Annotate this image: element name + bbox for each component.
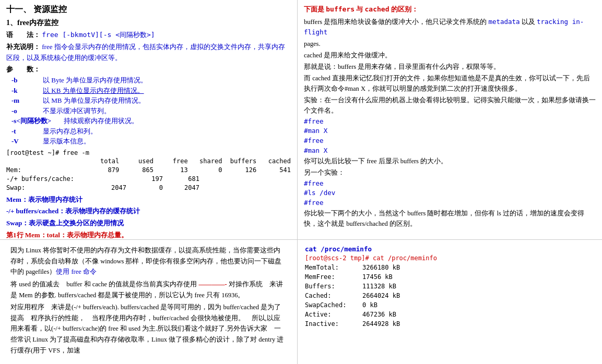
left-top-panel: 十一、 资源监控 1、free内存监控 语 法： free [-bkmotV][… <box>0 0 298 239</box>
col-cached-hdr: cached <box>256 157 291 166</box>
usage-cmd: free [-bkmotV][-s <间隔秒数>] <box>42 31 155 39</box>
rt-note2: 另一个实验： <box>304 167 596 178</box>
page-wrapper: 十一、 资源监控 1、free内存监控 语 法： free [-bkmotV][… <box>0 0 602 364</box>
rb-val-buffers: 111328 kB <box>362 282 396 291</box>
mem-shared: 0 <box>188 166 222 175</box>
rt-para3: 那就是说：buffers 是用来存储，目录里面有什么内容，权限等等。 <box>304 62 596 72</box>
param-desc-V: 显示版本信息。 <box>43 136 90 147</box>
rb-val-swapcached: 0 kB <box>362 300 377 310</box>
mem-row-swap: Swap: 2047 0 2047 <box>6 184 291 192</box>
right-top-panel: 下面是 buffers 与 cached 的区别： buffers 是指用来给块… <box>298 0 602 239</box>
rt-heading: 下面是 buffers 与 cached 的区别： <box>304 4 596 15</box>
param-desc-b: 以 Byte 为单位显示内存使用情况。 <box>43 75 147 86</box>
param-key-k: -k <box>11 86 43 96</box>
lb-para1: 因为 Linux 将你暂时不使用的内存存为文件和数据缓存，以提高系统性能，当你需… <box>10 245 287 277</box>
col-empty <box>6 157 85 166</box>
rb-val-cached: 2664024 kB <box>362 291 400 300</box>
col-total-hdr: total <box>85 157 119 166</box>
bufcache-free: 681 <box>163 175 199 184</box>
rt-para2: cached 是用来给文件做缓冲。 <box>304 50 596 60</box>
usage-line: 语 法： free [-bkmotV][-s <间隔秒数>] <box>6 30 291 41</box>
rb-key-memfree: MemFree: <box>305 272 362 282</box>
rb-table: MemTotal: 3266180 kB MemFree: 17456 kB B… <box>305 263 595 329</box>
col-shared-hdr: shared <box>188 157 222 166</box>
rt-note1: 你可以先后比较一下 free 后显示 buffers 的大小。 <box>304 156 596 166</box>
param-key-V: -V <box>11 136 43 147</box>
rb-row-memtotal: MemTotal: 3266180 kB <box>305 263 595 272</box>
rt-cmd3: #free <box>304 136 596 146</box>
param-desc-o: 不显示缓冲区调节列。 <box>43 106 111 116</box>
terminal-block: [root@test ~]# free -m total used free s… <box>6 149 291 192</box>
bufcache-total <box>90 175 126 184</box>
right-top-content: 下面是 buffers 与 cached 的区别： buffers 是指用来给块… <box>304 4 596 229</box>
param-row-V: -V 显示版本信息。 <box>11 136 291 147</box>
param-key-s: -s<间隔秒数> <box>11 116 64 126</box>
rt-final: 你比较一下两个的大小，当然这个 buffers 随时都在增加，但你有 ls 过的… <box>304 208 596 229</box>
rt-cmd5: #free <box>304 179 596 189</box>
mem-row-bufcache: -/+ buffers/cache: 197 681 <box>6 175 291 184</box>
rb-key-memtotal: MemTotal: <box>305 263 362 272</box>
note-bufcache: -/+ buffers/cached：表示物理内存的缓存统计 <box>6 206 291 217</box>
bufcache-label: -/+ buffers/cache: <box>6 175 90 184</box>
rb-val-inactive: 2644928 kB <box>362 319 400 329</box>
rb-cmd-label: cat /proc/meminfo <box>305 245 595 253</box>
mem-table-header: total used free shared buffers cached <box>6 157 291 166</box>
rt-cmd4: #man X <box>304 146 596 156</box>
rb-row-buffers: Buffers: 111328 kB <box>305 282 595 291</box>
rb-row-swapcached: SwapCached: 0 kB <box>305 300 595 310</box>
rt-cmd6: #ls /dev <box>304 188 596 198</box>
rb-key-inactive: Inactive: <box>305 319 362 329</box>
rb-prompt: [root@scs-2 tmp]# cat /proc/meminfo <box>305 254 595 262</box>
param-key-m: -m <box>11 95 43 106</box>
rb-key-swapcached: SwapCached: <box>305 300 362 310</box>
mem-cached: 541 <box>256 166 291 175</box>
rb-row-cached: Cached: 2664024 kB <box>305 291 595 300</box>
sub-title: 1、free内存监控 <box>6 18 291 28</box>
param-key-o: -o <box>11 106 43 116</box>
rb-val-memtotal: 3266180 kB <box>362 263 400 272</box>
rb-val-active: 467236 kB <box>362 310 396 319</box>
lb-para2: 将 used 的值减去 buffer 和 cache 的值就是你当前真实内存使用… <box>10 279 287 300</box>
rt-cmd7: #free <box>304 198 596 208</box>
param-desc-m: 以 MB 为单位显示内存使用情况。 <box>43 95 145 106</box>
col-used-hdr: used <box>119 157 154 166</box>
note-bufcache-text: -/+ buffers/cached：表示物理内存的缓存统计 <box>6 207 140 215</box>
rb-val-memfree: 17456 kB <box>362 272 393 282</box>
note-swap-text: Swap：表示硬盘上交换分区的使用情况 <box>6 219 124 227</box>
mem-row-mem: Mem: 879 865 13 0 126 541 <box>6 166 291 175</box>
rb-row-inactive: Inactive: 2644928 kB <box>305 319 595 329</box>
usage-label: 语 法： <box>6 31 40 39</box>
rt-cmd1: #free <box>304 117 596 127</box>
rt-para1: buffers 是指用来给块设备做的缓冲大小，他只记录文件系统的 metadat… <box>304 17 596 38</box>
lb-para3: 对应用程序 来讲是(-/+ buffers/each). buffers/cac… <box>10 302 287 356</box>
params-section: 参 数： <box>6 64 291 75</box>
note-final-text: 第1行 Mem：total：表示物理内存总量。 <box>6 231 128 239</box>
mem-used: 865 <box>119 166 154 175</box>
param-table: -b 以 Byte 为单位显示内存使用情况。 -k 以 KB 为单位显示内存使用… <box>11 75 291 147</box>
bufcache-used: 197 <box>126 175 163 184</box>
note-mem-text: Mem：表示物理内存统计 <box>6 196 82 203</box>
params-label: 参 数： <box>6 65 40 73</box>
param-desc-t: 显示内存总和列。 <box>43 126 97 137</box>
swap-used: 0 <box>126 184 163 192</box>
note-mem: Mem：表示物理内存统计 <box>6 195 291 205</box>
swap-free: 2047 <box>163 184 199 192</box>
param-row-b: -b 以 Byte 为单位显示内存使用情况。 <box>11 75 291 86</box>
rb-key-buffers: Buffers: <box>305 282 362 291</box>
param-desc-k: 以 KB 为单位显示内存使用情况。 <box>43 86 144 96</box>
note-final: 第1行 Mem：total：表示物理内存总量。 <box>6 230 291 239</box>
param-row-m: -m 以 MB 为单位显示内存使用情况。 <box>11 95 291 106</box>
param-row-o: -o 不显示缓冲区调节列。 <box>11 106 291 116</box>
rb-row-memfree: MemFree: 17456 kB <box>305 272 595 282</box>
param-key-b: -b <box>11 75 43 86</box>
swap-total: 2047 <box>90 184 126 192</box>
rt-para1b: pages. <box>304 39 596 49</box>
rb-key-active: Active: <box>305 310 362 319</box>
mem-label: Mem: <box>6 166 85 175</box>
mem-total: 879 <box>85 166 119 175</box>
param-row-k: -k 以 KB 为单位显示内存使用情况。 <box>11 86 291 96</box>
param-key-t: -t <box>11 126 43 137</box>
supplement-line: 补充说明： free 指令会显示内存的使用情况，包括实体内存，虚拟的交换文件内存… <box>6 42 291 64</box>
bottom-section: 因为 Linux 将你暂时不使用的内存存为文件和数据缓存，以提高系统性能，当你需… <box>0 240 602 364</box>
rt-para4: 而 cached 直接用来记忆我们打开的文件，如果你想知道他是不是真的生效，你可… <box>304 73 596 94</box>
